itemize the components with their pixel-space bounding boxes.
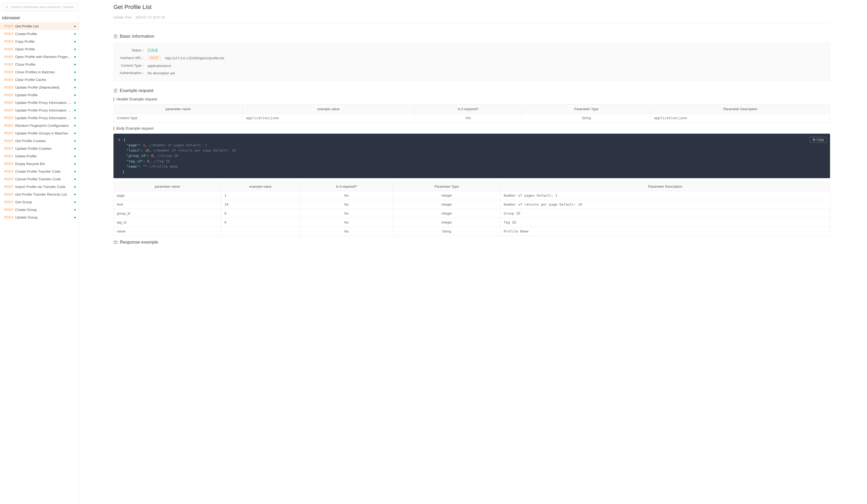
main-content[interactable]: Get Profile List Update Time： 2024-07-12… [79, 0, 867, 504]
th-type: Parameter Type [522, 105, 651, 113]
method-label: POST [4, 108, 13, 112]
sidebar-item[interactable]: POSTCreate Profile Transfer Code [0, 168, 79, 175]
sidebar-item[interactable]: POSTUpdate Profile Groups in Batches [0, 129, 79, 137]
sidebar-item[interactable]: POSTClose Profile [0, 61, 79, 68]
th-type: Parameter Type [393, 182, 500, 191]
cell-type: String [522, 113, 651, 123]
sidebar-item-label: Update Profile Groups in Batches [15, 131, 72, 135]
sidebar-item[interactable]: POSTCopy Profile [0, 38, 79, 45]
copy-label: Copy [817, 138, 824, 142]
cell-desc: application/json [651, 113, 830, 123]
method-label: POST [4, 78, 13, 82]
sidebar-item-label: Update Profile Proxy Information - Purch… [15, 101, 72, 105]
status-dot-icon [74, 87, 76, 88]
status-dot-icon [74, 117, 76, 119]
svg-rect-12 [114, 241, 117, 243]
sidebar-item-label: Create Profile [15, 32, 72, 36]
cell-type: String [393, 227, 500, 235]
svg-point-0 [6, 6, 8, 8]
cell-required: Yes [415, 113, 522, 123]
method-label: POST [4, 193, 13, 196]
sidebar-item[interactable]: POSTUpdate Group [0, 213, 79, 221]
sidebar-item[interactable]: POSTGet Group [0, 198, 79, 206]
sidebar-item[interactable]: POSTOpen Profile with Random Fingerprint… [0, 53, 79, 61]
sidebar-item-label: Close Profiles in Batches [15, 70, 72, 74]
section-response-header: Response example [114, 240, 830, 245]
status-badge: 已完成 [148, 48, 158, 53]
sidebar-item[interactable]: POSTOpen Profile [0, 45, 79, 53]
sidebar-item[interactable]: POSTUpdate Profile Proxy Information - P… [0, 99, 79, 107]
accent-bar-icon [114, 97, 114, 101]
method-label: POST [4, 162, 13, 166]
cell-name: group_id [114, 209, 221, 218]
project-name: ixbrowser [0, 14, 79, 22]
sidebar-item[interactable]: POSTCreate Group [0, 206, 79, 213]
status-dot-icon [74, 102, 76, 103]
cell-name: tag_id [114, 218, 221, 227]
th-required: Is it required? [415, 105, 522, 113]
cell-example: 0 [221, 209, 300, 218]
method-label: POST [4, 70, 13, 74]
accent-bar-icon [114, 127, 114, 131]
sidebar-item[interactable]: POSTGet Profile Cookies [0, 137, 79, 145]
status-dot-icon [74, 94, 76, 96]
sidebar-item[interactable]: POSTImport Profile via Transfer Code [0, 183, 79, 190]
section-basic-header: Basic information [114, 34, 830, 39]
status-dot-icon [74, 201, 76, 203]
header-example-table: parameter name example value Is it requi… [114, 105, 830, 123]
sidebar-item[interactable]: POSTUpdate Profile Cookies [0, 145, 79, 152]
form-icon [114, 89, 118, 93]
method-label: POST [4, 208, 13, 212]
status-dot-icon [74, 140, 76, 142]
status-dot-icon [74, 125, 76, 127]
sidebar-item[interactable]: POSTClose Profiles in Batches [0, 68, 79, 76]
nav-list[interactable]: POSTGet Profile ListPOSTCreate ProfilePO… [0, 22, 79, 504]
info-row-content-type: Content-Type： application/json [119, 62, 825, 69]
sidebar-item-label: Update Profile Proxy Information - Custo… [15, 116, 72, 120]
copy-button[interactable]: Copy [810, 137, 827, 143]
method-label: POST [4, 40, 13, 44]
info-label: Content-Type： [119, 63, 145, 68]
method-label: POST [4, 200, 13, 204]
response-icon [114, 240, 118, 244]
sidebar-item[interactable]: POSTGet Profile List [0, 22, 79, 30]
body-params-table: parameter name example value Is it requi… [114, 182, 830, 236]
cell-name: Content-Type [114, 113, 243, 123]
cell-desc: Number of pages Default: 1 [501, 191, 830, 200]
cell-required: No [300, 227, 393, 235]
sidebar-item[interactable]: POSTCancel Profile Transfer Code [0, 175, 79, 183]
info-label: Interface URL： [119, 56, 145, 61]
method-label: POST [4, 146, 13, 151]
status-dot-icon [74, 110, 76, 111]
sidebar-item[interactable]: POSTDelete Profile [0, 152, 79, 160]
status-dot-icon [74, 209, 76, 211]
table-row: Content-Typeapplication/jsonYesStringapp… [114, 113, 830, 123]
sidebar-item-label: Create Profile Transfer Code [15, 169, 72, 174]
sidebar-item[interactable]: POSTUpdate Profile Proxy Information - P… [0, 107, 79, 114]
content-type-value: application/json [148, 64, 171, 68]
update-time-value: 2024-07-12 10:07:28 [135, 15, 165, 19]
status-dot-icon [74, 148, 76, 150]
search-box[interactable] [2, 3, 77, 11]
sidebar-item-label: Clear Profile Cache [15, 78, 72, 82]
cell-desc: Group ID [501, 209, 830, 218]
sidebar-item-label: Update Profile (Deprecated) [15, 85, 72, 89]
sidebar-item[interactable]: POSTUpdate Profile (Deprecated) [0, 84, 79, 91]
sidebar-item[interactable]: POSTClear Profile Cache [0, 76, 79, 84]
method-label: POST [4, 215, 13, 219]
search-input[interactable] [11, 5, 74, 9]
method-label: POST [4, 24, 13, 28]
th-required: Is it required? [300, 182, 393, 191]
sidebar-item[interactable]: POSTUpdate Profile Proxy Information - C… [0, 114, 79, 122]
sidebar-item-label: Close Profile [15, 63, 72, 66]
sidebar-item[interactable]: POSTCreate Profile [0, 30, 79, 38]
search-icon [5, 5, 9, 9]
section-basic-title: Basic information [120, 34, 154, 39]
status-dot-icon [74, 72, 76, 73]
sidebar-item[interactable]: POSTEmpty Recycle Bin [0, 160, 79, 168]
th-param-name: parameter name [114, 105, 243, 113]
sidebar-item[interactable]: POSTRandom Fingerprint Configuration [0, 122, 79, 129]
table-row: nameNoStringProfile Name [114, 227, 830, 235]
sidebar-item[interactable]: POSTGet Profile Transfer Records List [0, 190, 79, 198]
sidebar-item[interactable]: POSTUpdate Profile [0, 91, 79, 99]
